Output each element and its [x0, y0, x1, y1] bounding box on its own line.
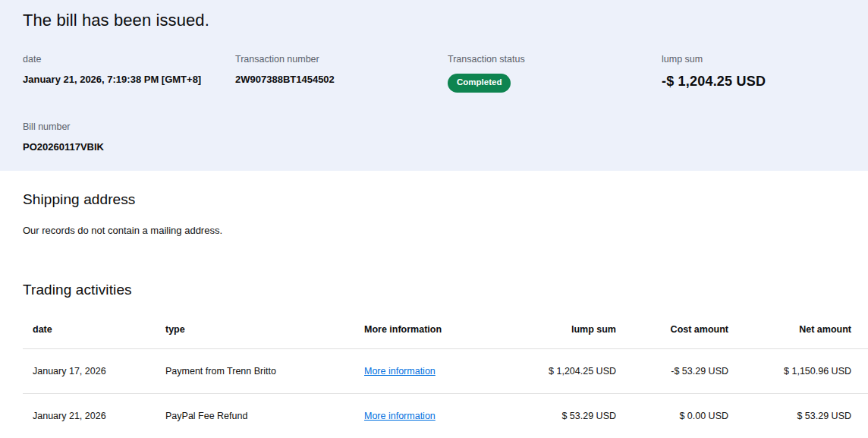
column-header-cost-amount: Cost amount [616, 324, 728, 335]
field-lump-sum: lump sum -$ 1,204.25 USD [662, 54, 845, 93]
field-bill-number: Bill number PO20260117VBIK [23, 121, 235, 153]
table-row: January 21, 2026 PayPal Fee Refund More … [23, 394, 868, 438]
field-lump-sum-value: -$ 1,204.25 USD [662, 74, 845, 90]
column-header-type: type [165, 324, 364, 335]
shipping-address-section: Shipping address Our records do not cont… [0, 171, 868, 236]
bill-details-page: The bill has been issued. date January 2… [0, 0, 868, 438]
column-header-more-information: More information [364, 324, 516, 335]
field-transaction-number-label: Transaction number [235, 54, 448, 65]
cell-cost-amount: $ 0.00 USD [616, 411, 728, 421]
table-row: January 17, 2026 Payment from Trenn Brit… [23, 349, 868, 394]
field-transaction-number: Transaction number 2W907388BT1454502 [235, 54, 448, 93]
cell-lump-sum: $ 53.29 USD [516, 411, 616, 421]
cell-date: January 21, 2026 [33, 411, 165, 421]
cell-type: PayPal Fee Refund [165, 411, 364, 421]
status-badge: Completed [448, 74, 511, 93]
field-bill-number-label: Bill number [23, 121, 235, 132]
trading-activities-section: Trading activities date type More inform… [0, 282, 868, 438]
field-date-label: date [23, 54, 235, 65]
cell-cost-amount: -$ 53.29 USD [616, 366, 728, 377]
table-header-row: date type More information lump sum Cost… [23, 298, 868, 349]
column-header-net-amount: Net amount [728, 324, 851, 335]
field-date: date January 21, 2026, 7:19:38 PM [GMT+8… [23, 54, 235, 93]
cell-date: January 17, 2026 [33, 366, 165, 377]
trading-activities-table: date type More information lump sum Cost… [23, 298, 868, 438]
cell-net-amount: $ 1,150.96 USD [728, 366, 851, 377]
field-bill-number-value: PO20260117VBIK [23, 141, 235, 153]
shipping-address-title: Shipping address [23, 191, 845, 208]
field-lump-sum-label: lump sum [662, 54, 845, 65]
field-transaction-number-value: 2W907388BT1454502 [235, 74, 448, 85]
cell-type: Payment from Trenn Britto [165, 366, 364, 377]
field-date-value: January 21, 2026, 7:19:38 PM [GMT+8] [23, 74, 235, 85]
bill-summary-grid: date January 21, 2026, 7:19:38 PM [GMT+8… [23, 54, 845, 153]
field-transaction-status: Transaction status Completed [448, 54, 662, 93]
bill-summary-section: The bill has been issued. date January 2… [0, 0, 868, 171]
more-information-link[interactable]: More information [364, 411, 436, 421]
page-title: The bill has been issued. [23, 11, 845, 30]
column-header-date: date [33, 324, 165, 335]
cell-net-amount: $ 53.29 USD [728, 411, 851, 421]
column-header-lump-sum: lump sum [516, 324, 616, 335]
shipping-address-message: Our records do not contain a mailing add… [23, 225, 845, 236]
trading-activities-title: Trading activities [23, 282, 868, 298]
more-information-link[interactable]: More information [364, 366, 436, 377]
field-transaction-status-label: Transaction status [448, 54, 662, 65]
cell-lump-sum: $ 1,204.25 USD [516, 366, 616, 377]
